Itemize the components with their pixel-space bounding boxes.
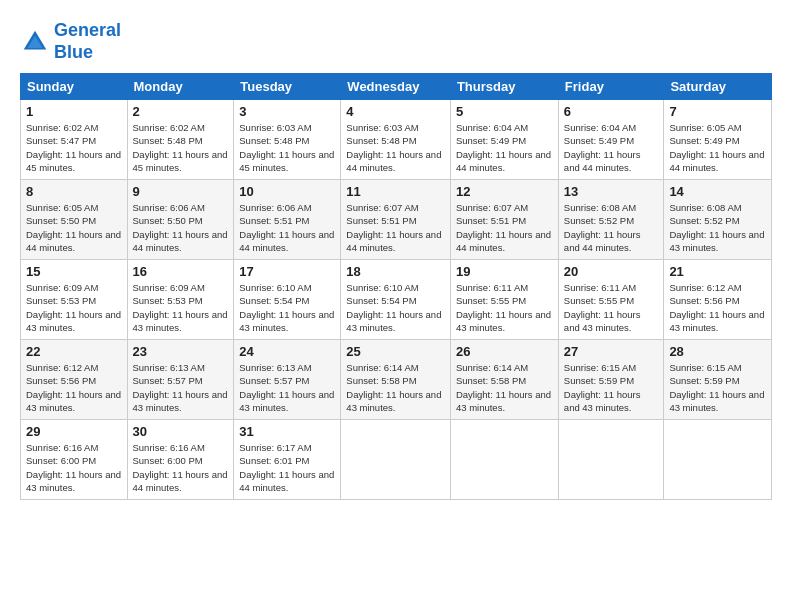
day-number: 25	[346, 344, 445, 359]
calendar-body: 1Sunrise: 6:02 AMSunset: 5:47 PMDaylight…	[21, 100, 772, 500]
logo-text: General Blue	[54, 20, 121, 63]
day-number: 4	[346, 104, 445, 119]
col-friday: Friday	[558, 74, 664, 100]
calendar-week-row: 22Sunrise: 6:12 AMSunset: 5:56 PMDayligh…	[21, 340, 772, 420]
day-info: Sunrise: 6:05 AMSunset: 5:49 PMDaylight:…	[669, 121, 766, 174]
calendar-cell: 5Sunrise: 6:04 AMSunset: 5:49 PMDaylight…	[450, 100, 558, 180]
day-info: Sunrise: 6:10 AMSunset: 5:54 PMDaylight:…	[239, 281, 335, 334]
day-info: Sunrise: 6:03 AMSunset: 5:48 PMDaylight:…	[346, 121, 445, 174]
calendar-cell: 4Sunrise: 6:03 AMSunset: 5:48 PMDaylight…	[341, 100, 451, 180]
calendar-cell: 16Sunrise: 6:09 AMSunset: 5:53 PMDayligh…	[127, 260, 234, 340]
day-number: 21	[669, 264, 766, 279]
calendar-table: Sunday Monday Tuesday Wednesday Thursday…	[20, 73, 772, 500]
day-info: Sunrise: 6:02 AMSunset: 5:48 PMDaylight:…	[133, 121, 229, 174]
calendar-week-row: 8Sunrise: 6:05 AMSunset: 5:50 PMDaylight…	[21, 180, 772, 260]
calendar-week-row: 1Sunrise: 6:02 AMSunset: 5:47 PMDaylight…	[21, 100, 772, 180]
day-number: 8	[26, 184, 122, 199]
day-number: 15	[26, 264, 122, 279]
calendar-cell: 1Sunrise: 6:02 AMSunset: 5:47 PMDaylight…	[21, 100, 128, 180]
calendar-cell: 9Sunrise: 6:06 AMSunset: 5:50 PMDaylight…	[127, 180, 234, 260]
day-info: Sunrise: 6:06 AMSunset: 5:51 PMDaylight:…	[239, 201, 335, 254]
col-monday: Monday	[127, 74, 234, 100]
day-info: Sunrise: 6:04 AMSunset: 5:49 PMDaylight:…	[564, 121, 659, 174]
col-sunday: Sunday	[21, 74, 128, 100]
calendar-cell: 26Sunrise: 6:14 AMSunset: 5:58 PMDayligh…	[450, 340, 558, 420]
calendar-cell: 3Sunrise: 6:03 AMSunset: 5:48 PMDaylight…	[234, 100, 341, 180]
calendar-cell: 7Sunrise: 6:05 AMSunset: 5:49 PMDaylight…	[664, 100, 772, 180]
header: General Blue	[20, 20, 772, 63]
calendar-cell: 14Sunrise: 6:08 AMSunset: 5:52 PMDayligh…	[664, 180, 772, 260]
calendar-cell: 17Sunrise: 6:10 AMSunset: 5:54 PMDayligh…	[234, 260, 341, 340]
calendar-cell: 29Sunrise: 6:16 AMSunset: 6:00 PMDayligh…	[21, 420, 128, 500]
day-number: 17	[239, 264, 335, 279]
calendar-cell	[558, 420, 664, 500]
day-number: 22	[26, 344, 122, 359]
day-info: Sunrise: 6:06 AMSunset: 5:50 PMDaylight:…	[133, 201, 229, 254]
day-info: Sunrise: 6:12 AMSunset: 5:56 PMDaylight:…	[26, 361, 122, 414]
calendar-cell: 31Sunrise: 6:17 AMSunset: 6:01 PMDayligh…	[234, 420, 341, 500]
day-info: Sunrise: 6:12 AMSunset: 5:56 PMDaylight:…	[669, 281, 766, 334]
day-info: Sunrise: 6:08 AMSunset: 5:52 PMDaylight:…	[669, 201, 766, 254]
day-number: 18	[346, 264, 445, 279]
day-info: Sunrise: 6:16 AMSunset: 6:00 PMDaylight:…	[133, 441, 229, 494]
day-number: 19	[456, 264, 553, 279]
day-number: 5	[456, 104, 553, 119]
day-number: 13	[564, 184, 659, 199]
day-info: Sunrise: 6:08 AMSunset: 5:52 PMDaylight:…	[564, 201, 659, 254]
day-number: 24	[239, 344, 335, 359]
col-thursday: Thursday	[450, 74, 558, 100]
day-number: 10	[239, 184, 335, 199]
day-number: 31	[239, 424, 335, 439]
day-info: Sunrise: 6:13 AMSunset: 5:57 PMDaylight:…	[239, 361, 335, 414]
calendar-cell: 30Sunrise: 6:16 AMSunset: 6:00 PMDayligh…	[127, 420, 234, 500]
day-info: Sunrise: 6:11 AMSunset: 5:55 PMDaylight:…	[564, 281, 659, 334]
calendar-cell: 10Sunrise: 6:06 AMSunset: 5:51 PMDayligh…	[234, 180, 341, 260]
calendar-cell: 24Sunrise: 6:13 AMSunset: 5:57 PMDayligh…	[234, 340, 341, 420]
calendar-cell	[450, 420, 558, 500]
day-number: 3	[239, 104, 335, 119]
day-info: Sunrise: 6:04 AMSunset: 5:49 PMDaylight:…	[456, 121, 553, 174]
day-info: Sunrise: 6:10 AMSunset: 5:54 PMDaylight:…	[346, 281, 445, 334]
calendar-week-row: 29Sunrise: 6:16 AMSunset: 6:00 PMDayligh…	[21, 420, 772, 500]
calendar-cell	[664, 420, 772, 500]
day-number: 12	[456, 184, 553, 199]
day-info: Sunrise: 6:09 AMSunset: 5:53 PMDaylight:…	[26, 281, 122, 334]
calendar-cell: 19Sunrise: 6:11 AMSunset: 5:55 PMDayligh…	[450, 260, 558, 340]
day-number: 11	[346, 184, 445, 199]
day-number: 6	[564, 104, 659, 119]
calendar-week-row: 15Sunrise: 6:09 AMSunset: 5:53 PMDayligh…	[21, 260, 772, 340]
day-number: 14	[669, 184, 766, 199]
day-info: Sunrise: 6:07 AMSunset: 5:51 PMDaylight:…	[456, 201, 553, 254]
calendar-header-row: Sunday Monday Tuesday Wednesday Thursday…	[21, 74, 772, 100]
logo: General Blue	[20, 20, 121, 63]
day-info: Sunrise: 6:07 AMSunset: 5:51 PMDaylight:…	[346, 201, 445, 254]
day-number: 27	[564, 344, 659, 359]
day-info: Sunrise: 6:15 AMSunset: 5:59 PMDaylight:…	[564, 361, 659, 414]
col-tuesday: Tuesday	[234, 74, 341, 100]
day-info: Sunrise: 6:15 AMSunset: 5:59 PMDaylight:…	[669, 361, 766, 414]
day-number: 26	[456, 344, 553, 359]
calendar-cell: 28Sunrise: 6:15 AMSunset: 5:59 PMDayligh…	[664, 340, 772, 420]
calendar-cell: 12Sunrise: 6:07 AMSunset: 5:51 PMDayligh…	[450, 180, 558, 260]
day-number: 28	[669, 344, 766, 359]
calendar-cell: 8Sunrise: 6:05 AMSunset: 5:50 PMDaylight…	[21, 180, 128, 260]
day-number: 16	[133, 264, 229, 279]
calendar-cell: 27Sunrise: 6:15 AMSunset: 5:59 PMDayligh…	[558, 340, 664, 420]
col-wednesday: Wednesday	[341, 74, 451, 100]
calendar-cell: 21Sunrise: 6:12 AMSunset: 5:56 PMDayligh…	[664, 260, 772, 340]
day-number: 29	[26, 424, 122, 439]
day-info: Sunrise: 6:05 AMSunset: 5:50 PMDaylight:…	[26, 201, 122, 254]
calendar-cell: 2Sunrise: 6:02 AMSunset: 5:48 PMDaylight…	[127, 100, 234, 180]
day-info: Sunrise: 6:13 AMSunset: 5:57 PMDaylight:…	[133, 361, 229, 414]
col-saturday: Saturday	[664, 74, 772, 100]
day-number: 30	[133, 424, 229, 439]
page: General Blue Sunday Monday Tuesday Wedne…	[0, 0, 792, 612]
day-info: Sunrise: 6:03 AMSunset: 5:48 PMDaylight:…	[239, 121, 335, 174]
day-number: 23	[133, 344, 229, 359]
day-number: 2	[133, 104, 229, 119]
calendar-cell: 23Sunrise: 6:13 AMSunset: 5:57 PMDayligh…	[127, 340, 234, 420]
day-info: Sunrise: 6:16 AMSunset: 6:00 PMDaylight:…	[26, 441, 122, 494]
calendar-cell: 13Sunrise: 6:08 AMSunset: 5:52 PMDayligh…	[558, 180, 664, 260]
calendar-cell: 25Sunrise: 6:14 AMSunset: 5:58 PMDayligh…	[341, 340, 451, 420]
day-number: 9	[133, 184, 229, 199]
